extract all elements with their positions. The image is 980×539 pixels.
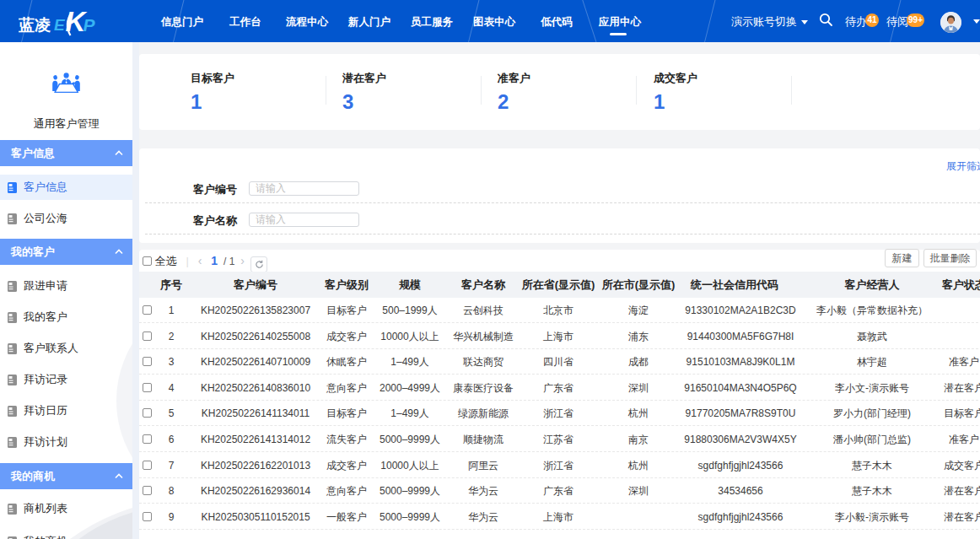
svg-text:蓝凌: 蓝凌 [19, 16, 51, 34]
svg-text:P: P [83, 15, 96, 35]
svg-text:E: E [54, 16, 66, 34]
